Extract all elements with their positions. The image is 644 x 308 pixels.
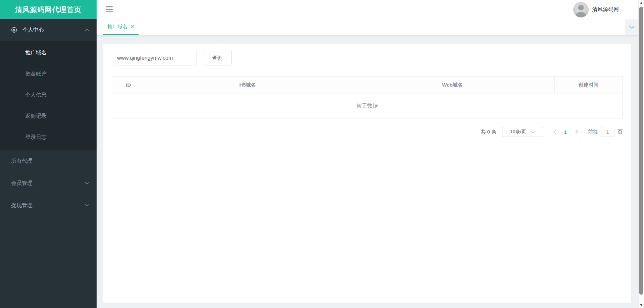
chevron-up-icon: [85, 29, 89, 31]
domain-search-input[interactable]: [112, 51, 197, 65]
column-header-web-domain: Web域名: [350, 76, 555, 94]
page-unit-label: 页: [618, 129, 623, 135]
chevron-down-icon: [531, 129, 535, 135]
tab-label: 推广域名: [107, 23, 127, 30]
scrollbar-up-arrow-icon[interactable]: [640, 2, 643, 4]
prev-page-button[interactable]: [548, 130, 560, 134]
sidebar-item-funds-account[interactable]: 资金账户: [0, 63, 97, 85]
hamburger-menu-icon[interactable]: [106, 6, 113, 13]
goto-page-input[interactable]: [601, 127, 614, 137]
chevron-down-icon: [629, 24, 635, 30]
search-toolbar: 查询: [112, 51, 623, 65]
sidebar: 清风源码网代理首页 个人中心 推广域名 资金账户 个人信息 返佣记录 登录日志: [0, 0, 97, 308]
content-card: 查询 ID H5域名 Web域名 创建时间 暂无数据 共 0 条 10条/页: [103, 44, 631, 303]
chevron-down-icon: [85, 204, 89, 207]
sidebar-group-personal-center[interactable]: 个人中心: [0, 19, 97, 41]
avatar: [573, 2, 589, 17]
column-header-h5-domain: H5域名: [145, 76, 350, 94]
goto-label: 前往: [588, 129, 598, 135]
submenu-label: 资金账户: [25, 70, 47, 78]
menu-label: 所有代理: [11, 158, 33, 165]
tab-promotion-domain[interactable]: 推广域名: [103, 19, 139, 35]
user-menu[interactable]: 清风源码网: [573, 1, 619, 18]
empty-row: 暂无数据: [112, 94, 622, 118]
sidebar-item-rebate-records[interactable]: 返佣记录: [0, 106, 97, 127]
tabbar: 推广域名: [97, 19, 638, 36]
scrollbar-down-arrow-icon[interactable]: [640, 304, 643, 306]
main-content: 查询 ID H5域名 Web域名 创建时间 暂无数据 共 0 条 10条/页: [97, 36, 638, 308]
scrollbar-thumb[interactable]: [639, 7, 643, 295]
tab-options-button[interactable]: [625, 19, 638, 35]
page-size-select[interactable]: 10条/页: [502, 127, 543, 137]
submenu-label: 返佣记录: [25, 113, 47, 120]
menu-label: 会员管理: [11, 180, 33, 187]
app-logo-title: 清风源码网代理首页: [0, 0, 97, 19]
username: 清风源码网: [592, 6, 619, 13]
submenu-label: 推广域名: [25, 49, 47, 56]
top-header: 清风源码网: [97, 0, 638, 19]
current-page-number[interactable]: 1: [560, 129, 571, 135]
next-page-button[interactable]: [571, 130, 583, 134]
submenu-label: 个人信息: [25, 92, 47, 99]
table-header-row: ID H5域名 Web域名 创建时间: [112, 76, 622, 94]
submenu-label: 登录日志: [25, 134, 47, 141]
page-size-value: 10条/页: [510, 129, 526, 135]
chevron-down-icon: [85, 182, 89, 185]
sidebar-item-login-logs[interactable]: 登录日志: [0, 127, 97, 148]
sidebar-item-promotion-domain[interactable]: 推广域名: [0, 42, 97, 63]
query-button[interactable]: 查询: [203, 51, 232, 65]
sidebar-item-all-agents[interactable]: 所有代理: [0, 150, 97, 172]
sidebar-group-label: 个人中心: [22, 27, 44, 34]
gear-icon: [11, 27, 17, 33]
column-header-id: ID: [112, 76, 145, 94]
menu-label: 提现管理: [11, 202, 33, 209]
sidebar-item-personal-info[interactable]: 个人信息: [0, 85, 97, 106]
sidebar-item-member-management[interactable]: 会员管理: [0, 172, 97, 194]
sidebar-submenu: 推广域名 资金账户 个人信息 返佣记录 登录日志: [0, 41, 97, 150]
pagination: 共 0 条 10条/页 1 前往 页: [112, 127, 623, 137]
domains-table: ID H5域名 Web域名 创建时间 暂无数据: [112, 76, 623, 118]
sidebar-item-withdrawal-management[interactable]: 提现管理: [0, 194, 97, 216]
tab-close-icon[interactable]: [130, 25, 134, 29]
browser-scrollbar[interactable]: [638, 0, 644, 308]
column-header-created-time: 创建时间: [555, 76, 622, 94]
total-count-label: 共 0 条: [481, 129, 496, 135]
empty-data-text: 暂无数据: [112, 94, 622, 118]
